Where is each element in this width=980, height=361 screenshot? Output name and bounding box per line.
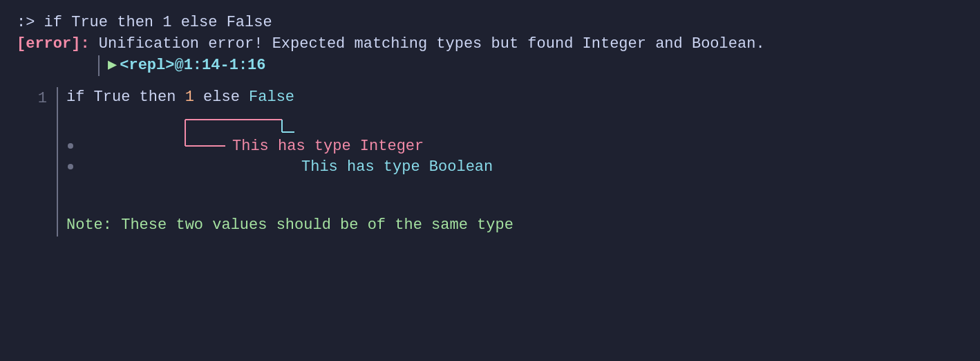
line-number: 1 (17, 87, 57, 110)
code-line: if True then 1 else False (66, 87, 550, 109)
code-number: 1 (185, 87, 194, 109)
svg-text:This has type Integer: This has type Integer (232, 138, 424, 155)
svg-point-6 (68, 143, 73, 149)
repl-ref: <repl>@1:14-1:16 (120, 55, 265, 77)
annotation-block: This has type Integer This has type Bool… (66, 113, 550, 196)
note-text: Note: These two values should be of the … (66, 215, 513, 237)
svg-text:This has type Boolean: This has type Boolean (301, 158, 493, 176)
repl-location-line: ▶ <repl>@1:14-1:16 (17, 55, 963, 77)
code-middle: else (194, 87, 249, 109)
error-label: [error]: (17, 34, 90, 55)
prompt-line: :> if True then 1 else False (17, 12, 963, 34)
annotation-svg: This has type Integer This has type Bool… (66, 113, 550, 196)
arrow-icon: ▶ (108, 55, 117, 77)
terminal-window: :> if True then 1 else False [error]: Un… (0, 0, 980, 361)
code-and-annotations: if True then 1 else False (57, 87, 550, 237)
svg-point-7 (68, 164, 73, 169)
code-section: 1 if True then 1 else False (17, 87, 963, 237)
error-message: Unification error! Expected matching typ… (90, 34, 765, 55)
error-line: [error]: Unification error! Expected mat… (17, 34, 963, 55)
spacer (66, 196, 550, 212)
prompt-text: :> if True then 1 else False (17, 12, 272, 34)
code-prefix: if True then (66, 87, 185, 109)
note-line: Note: These two values should be of the … (66, 215, 550, 237)
code-bool: False (249, 87, 294, 109)
